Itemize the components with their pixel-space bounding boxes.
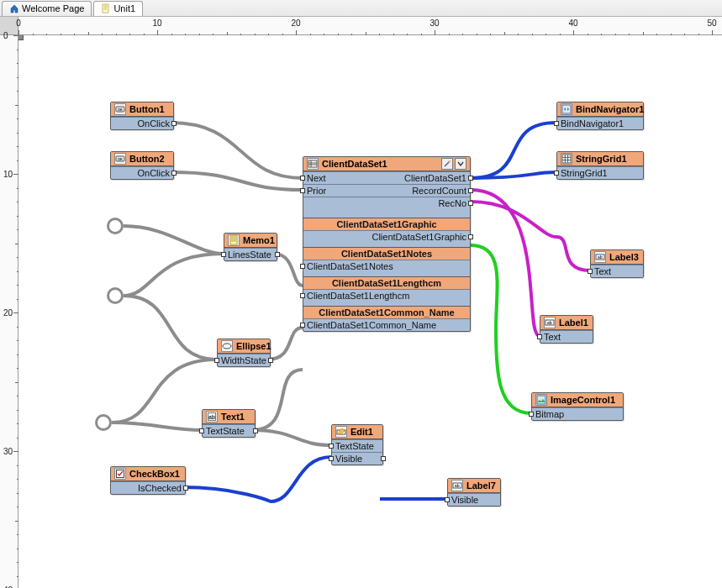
- bindnavigator-icon: [561, 103, 572, 115]
- port-label: ClientDataSet1: [404, 173, 466, 183]
- node-title: Edit1: [350, 427, 373, 437]
- port-label: TextState: [335, 441, 374, 451]
- port-out[interactable]: [171, 171, 177, 176]
- port-label: TextState: [206, 426, 245, 436]
- port-out[interactable]: [253, 428, 258, 433]
- port-in[interactable]: [445, 497, 450, 502]
- wand-icon[interactable]: [441, 158, 453, 170]
- node-edit1[interactable]: Edit1 TextState Visible: [331, 424, 383, 465]
- port-in[interactable]: [529, 412, 534, 417]
- node-checkbox1[interactable]: CheckBox1 IsChecked: [110, 466, 186, 495]
- port-out[interactable]: [468, 176, 473, 181]
- tab-welcome-page[interactable]: Welcome Page: [2, 1, 92, 16]
- chevron-down-icon[interactable]: [455, 158, 466, 170]
- node-stringgrid1[interactable]: StringGrid1 StringGrid1: [556, 151, 644, 180]
- svg-rect-20: [562, 155, 571, 163]
- port-in[interactable]: [300, 176, 305, 181]
- port-in[interactable]: [588, 269, 593, 274]
- source-anchor[interactable]: [107, 218, 124, 234]
- port-out[interactable]: [468, 188, 473, 193]
- file-icon: [101, 3, 111, 13]
- port-label: IsChecked: [138, 483, 182, 493]
- port-in[interactable]: [300, 323, 305, 328]
- svg-point-35: [449, 160, 451, 162]
- ellipse-icon: [221, 340, 233, 352]
- svg-text:ab: ab: [547, 320, 552, 325]
- port-label: Visible: [451, 495, 478, 505]
- node-title: Button2: [129, 154, 165, 164]
- port-label: LinesState: [228, 249, 271, 260]
- svg-point-12: [223, 344, 231, 349]
- port-in[interactable]: [300, 264, 305, 269]
- port-out[interactable]: [275, 252, 280, 257]
- design-canvas[interactable]: OKButton1 OnClick OKButton2 OnClick Memo…: [18, 35, 722, 588]
- button-icon: OK: [114, 103, 126, 115]
- port-out[interactable]: [468, 234, 473, 239]
- port-out[interactable]: [381, 456, 386, 461]
- port-in[interactable]: [329, 456, 334, 461]
- node-text1[interactable]: abText1 TextState: [202, 409, 256, 438]
- svg-rect-29: [537, 396, 545, 404]
- node-label7[interactable]: abLabel7 Visible: [447, 478, 501, 507]
- node-title: StringGrid1: [576, 154, 627, 164]
- port-label: RecNo: [438, 198, 466, 208]
- button-icon: OK: [114, 153, 126, 165]
- port-label: ClientDataSet1Notes: [307, 261, 393, 271]
- port-label: Text: [594, 266, 611, 276]
- port-in[interactable]: [199, 428, 204, 433]
- node-button1[interactable]: OKButton1 OnClick: [110, 102, 174, 130]
- port-in[interactable]: [221, 252, 226, 257]
- port-label: ClientDataSet1Common_Name: [307, 320, 436, 330]
- port-label: WidthState: [221, 355, 266, 365]
- tab-label: Unit1: [113, 4, 135, 13]
- tab-unit1[interactable]: Unit1: [93, 1, 143, 16]
- node-title: Text1: [221, 412, 245, 422]
- image-icon: [535, 394, 547, 406]
- svg-text:OK: OK: [118, 157, 123, 161]
- node-title: Button1: [129, 104, 165, 114]
- port-in[interactable]: [300, 293, 305, 298]
- node-label1[interactable]: abLabel1 Text: [540, 315, 593, 344]
- text-icon: ab: [206, 411, 218, 423]
- port-in[interactable]: [554, 121, 559, 126]
- port-label: BindNavigator1: [561, 118, 624, 129]
- node-ellipse1[interactable]: Ellipse1 WidthState: [217, 339, 271, 367]
- node-label3[interactable]: abLabel3 Text: [590, 249, 644, 278]
- port-in[interactable]: [214, 358, 219, 363]
- grid-icon: [561, 153, 572, 165]
- port-label: ClientDataSet1Graphic: [372, 232, 466, 242]
- source-anchor[interactable]: [95, 414, 112, 431]
- port-in[interactable]: [300, 188, 305, 193]
- port-label: OnClick: [137, 168, 170, 178]
- port-label: Next: [307, 173, 326, 183]
- node-imagecontrol1[interactable]: ImageControl1 Bitmap: [531, 392, 624, 421]
- source-anchor[interactable]: [107, 287, 124, 304]
- port-in[interactable]: [554, 171, 559, 176]
- checkbox-icon: [114, 468, 126, 480]
- tab-bar: Welcome Page Unit1: [0, 0, 722, 17]
- section-header: ClientDataSet1Notes: [341, 249, 432, 259]
- node-title: ImageControl1: [551, 395, 615, 405]
- port-in[interactable]: [329, 444, 334, 449]
- node-memo1[interactable]: Memo1 LinesState: [224, 233, 277, 261]
- label-icon: ab: [451, 480, 463, 491]
- node-bindnavigator1[interactable]: BindNavigator1 BindNavigator1: [556, 102, 644, 130]
- ruler-vertical: 010203040: [0, 35, 18, 588]
- svg-rect-19: [562, 105, 571, 113]
- port-label: StringGrid1: [561, 168, 608, 178]
- port-out[interactable]: [268, 358, 273, 363]
- home-icon: [9, 3, 19, 13]
- selection-handle[interactable]: [18, 35, 24, 40]
- node-title: Ellipse1: [236, 341, 271, 351]
- section-header: ClientDataSet1Common_Name: [319, 307, 454, 318]
- port-out[interactable]: [171, 121, 177, 126]
- port-in[interactable]: [537, 334, 542, 339]
- edit-icon: [335, 426, 347, 438]
- port-label: RecordCount: [412, 186, 466, 196]
- node-clientdataset1[interactable]: ClientDataSet1 NextClientDataSet1 PriorR…: [303, 156, 471, 332]
- node-title: CheckBox1: [129, 469, 180, 479]
- port-out[interactable]: [468, 201, 473, 206]
- port-out[interactable]: [183, 486, 188, 491]
- port-label: ClientDataSet1Lengthcm: [307, 291, 409, 301]
- node-button2[interactable]: OKButton2 OnClick: [110, 151, 174, 180]
